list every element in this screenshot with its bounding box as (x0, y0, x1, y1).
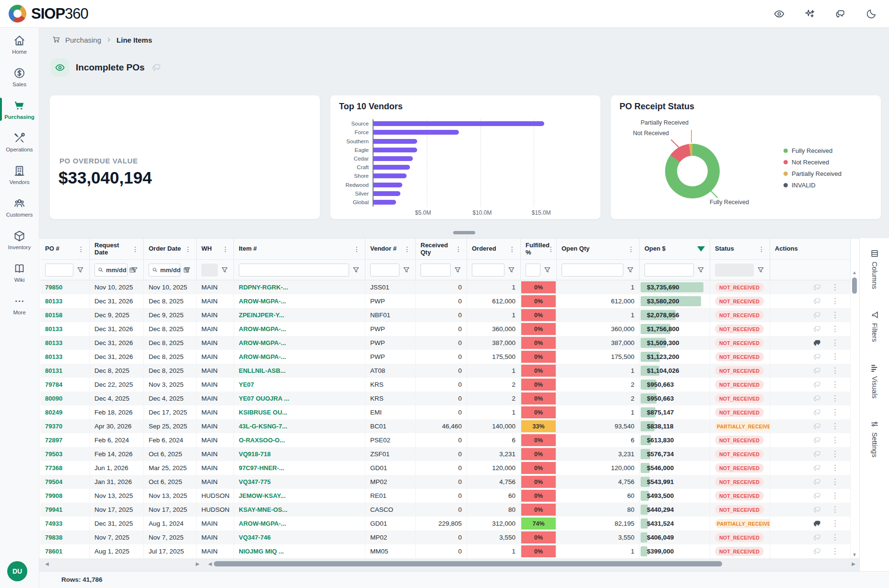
row-menu-icon[interactable]: ●●● (834, 283, 836, 291)
column-menu-icon[interactable]: ⋮ (78, 245, 84, 253)
filter-input-request_date[interactable]: mm/dd (94, 264, 128, 277)
filter-funnel-icon[interactable] (221, 266, 229, 274)
vertical-scroll-thumb[interactable] (852, 277, 857, 294)
row-comment-icon[interactable] (813, 436, 822, 445)
po-number-link[interactable]: 79370 (45, 423, 62, 430)
table-row[interactable]: 80133 Dec 31, 2026 Dec 8, 2025 MAIN AROW… (40, 294, 851, 308)
filter-funnel-icon[interactable] (130, 266, 139, 274)
po-number-link[interactable]: 79503 (45, 450, 62, 458)
po-number-link[interactable]: 79850 (45, 284, 62, 291)
table-row[interactable]: 79504 Jan 31, 2026 Oct 6, 2025 MAIN VQ34… (40, 475, 851, 489)
row-comment-icon[interactable] (813, 324, 822, 334)
po-number-link[interactable]: 80158 (45, 311, 62, 319)
rail-item-filters[interactable]: Filters (860, 300, 889, 352)
row-comment-icon[interactable] (813, 477, 822, 486)
column-header-vendor[interactable]: Vendor #⋮ (365, 239, 416, 260)
column-menu-icon[interactable]: ⋮ (758, 245, 765, 253)
item-number-link[interactable]: KSIBRUSE OU... (239, 409, 287, 416)
sidebar-item-operations[interactable]: Operations (0, 126, 39, 158)
column-menu-icon[interactable]: ⋮ (132, 245, 139, 253)
column-header-fulfilled[interactable]: Fulfilled %⋮ (521, 239, 557, 260)
po-number-link[interactable]: 80133 (45, 298, 62, 305)
item-number-link[interactable]: VQ347-775 (239, 478, 271, 485)
rail-item-columns[interactable]: Columns (860, 238, 889, 300)
row-menu-icon[interactable]: ●●● (834, 297, 836, 305)
po-number-link[interactable]: 74933 (45, 520, 62, 527)
filter-input-vendor[interactable] (370, 264, 399, 277)
item-number-link[interactable]: VQ347-746 (239, 534, 271, 541)
vendor-bar[interactable] (374, 183, 402, 187)
item-number-link[interactable]: O-RAXSOO-O... (239, 437, 285, 444)
column-menu-icon[interactable]: ⋮ (548, 245, 554, 253)
filter-funnel-icon[interactable] (626, 266, 634, 274)
po-number-link[interactable]: 80133 (45, 325, 62, 333)
breadcrumb-section[interactable]: Purchasing (65, 36, 101, 44)
column-menu-icon[interactable]: ⋮ (185, 245, 191, 253)
item-number-link[interactable]: AROW-MGPA-... (239, 353, 286, 360)
po-number-link[interactable]: 80249 (45, 409, 62, 416)
horizontal-scroll-thumb[interactable] (214, 561, 722, 566)
filter-funnel-icon[interactable] (183, 266, 191, 274)
row-menu-icon[interactable]: ●●● (834, 478, 836, 486)
row-menu-icon[interactable]: ●●● (834, 367, 836, 375)
filter-input-received[interactable] (421, 264, 451, 277)
row-comment-icon[interactable] (813, 519, 822, 528)
column-header-actions[interactable]: Actions (770, 239, 851, 260)
scroll-down-arrow[interactable]: ▼ (852, 552, 857, 557)
table-row[interactable]: 79838 Nov 7, 2025 Nov 7, 2025 MAIN VQ347… (40, 530, 851, 544)
table-row[interactable]: 80133 Dec 31, 2026 Dec 8, 2025 MAIN AROW… (40, 350, 851, 364)
scroll-left-arrow[interactable]: ◀ (43, 561, 51, 566)
feedback-chat-icon[interactable] (834, 8, 847, 20)
vendor-bar[interactable] (374, 148, 417, 152)
table-row[interactable]: 74933 Dec 31, 2025 Aug 1, 2024 MAIN AROW… (40, 517, 851, 530)
row-comment-icon[interactable] (813, 547, 822, 556)
table-row[interactable]: 80133 Dec 31, 2026 Dec 8, 2025 MAIN AROW… (40, 322, 851, 336)
visibility-icon[interactable] (773, 8, 785, 20)
item-number-link[interactable]: JEMOW-KSAY... (239, 492, 286, 499)
column-menu-icon[interactable]: ⋮ (353, 245, 360, 253)
row-menu-icon[interactable]: ●●● (834, 533, 836, 542)
item-number-link[interactable]: ZPEINJPER-Y... (239, 311, 284, 319)
row-comment-icon[interactable] (813, 283, 822, 292)
table-row[interactable]: 78601 Aug 1, 2025 Jul 17, 2025 MAIN NIOJ… (40, 544, 851, 558)
app-logo[interactable]: SIOP360 (9, 5, 88, 23)
po-number-link[interactable]: 79908 (45, 492, 62, 499)
row-comment-icon[interactable] (813, 505, 822, 514)
row-menu-icon[interactable]: ●●● (834, 547, 836, 555)
row-menu-icon[interactable]: ●●● (834, 450, 836, 458)
vendor-bar[interactable] (374, 130, 459, 135)
item-number-link[interactable]: AROW-MGPA-... (239, 520, 286, 527)
table-row[interactable]: 77368 Jun 1, 2026 Mar 25, 2025 MAIN 97C9… (40, 461, 851, 475)
column-header-status[interactable]: Status⋮ (710, 239, 770, 260)
po-number-link[interactable]: 79838 (45, 534, 62, 541)
po-number-link[interactable]: 77368 (45, 464, 62, 472)
column-menu-icon[interactable]: ⋮ (455, 245, 462, 253)
po-number-link[interactable]: 80133 (45, 353, 62, 360)
row-comment-icon[interactable] (813, 463, 822, 473)
legend-item[interactable]: Partially Received (784, 170, 842, 177)
vendor-bar[interactable] (374, 156, 413, 161)
vendor-bar[interactable] (374, 121, 544, 126)
column-header-wh[interactable]: WH⋮ (197, 239, 234, 260)
filter-input-fulfilled[interactable] (526, 264, 540, 277)
table-row[interactable]: 79370 Apr 30, 2026 Sep 25, 2025 MAIN 43L… (40, 419, 851, 433)
po-number-link[interactable]: 80131 (45, 367, 62, 374)
scroll-left-arrow[interactable]: ◀ (206, 561, 214, 566)
item-number-link[interactable]: AROW-MGPA-... (239, 298, 286, 305)
item-number-link[interactable]: YE07 OUOJRA ... (239, 395, 289, 402)
scroll-right-arrow[interactable]: ▶ (850, 561, 857, 566)
po-number-link[interactable]: 79941 (45, 506, 62, 513)
row-comment-icon[interactable] (813, 366, 822, 375)
sidebar-item-vendors[interactable]: Vendors (0, 158, 39, 191)
row-menu-icon[interactable]: ●●● (834, 380, 836, 389)
row-menu-icon[interactable]: ●●● (834, 353, 836, 361)
filter-funnel-icon[interactable] (757, 266, 765, 274)
sort-desc-indicator[interactable] (697, 246, 705, 252)
legend-item[interactable]: Not Received (784, 159, 842, 166)
user-avatar[interactable]: DU (7, 561, 27, 581)
legend-item[interactable]: INVALID (784, 182, 842, 189)
row-menu-icon[interactable]: ●●● (834, 394, 836, 403)
view-comments-icon[interactable] (152, 62, 162, 73)
table-row[interactable]: 80090 Dec 4, 2025 Dec 4, 2025 MAIN YE07 … (40, 392, 851, 405)
row-comment-icon[interactable] (813, 352, 822, 361)
